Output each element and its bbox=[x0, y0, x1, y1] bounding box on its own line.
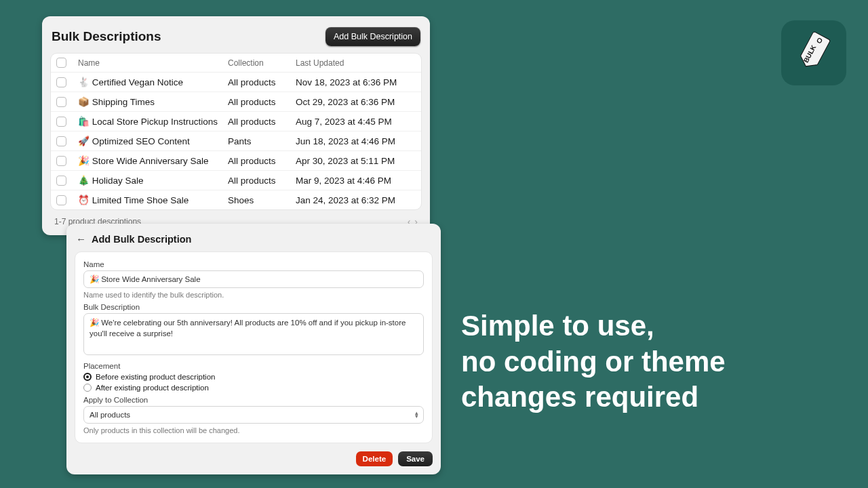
table-row[interactable]: 🎄 Holiday SaleAll productsMar 9, 2023 at… bbox=[51, 170, 421, 190]
descriptions-table: Name Collection Last Updated 🐇 Certified… bbox=[50, 53, 422, 210]
placement-before-label: Before existing product description bbox=[96, 373, 215, 381]
row-checkbox[interactable] bbox=[56, 117, 66, 127]
row-checkbox[interactable] bbox=[56, 176, 66, 186]
table-row[interactable]: 🛍️ Local Store Pickup InstructionsAll pr… bbox=[51, 111, 421, 131]
select-all-checkbox[interactable] bbox=[56, 58, 66, 68]
price-tag-icon: BULK bbox=[791, 30, 837, 76]
form-card: Name Name used to identify the bulk desc… bbox=[75, 251, 433, 443]
table-header: Name Collection Last Updated bbox=[51, 54, 421, 73]
row-checkbox[interactable] bbox=[56, 195, 66, 205]
row-collection: All products bbox=[228, 156, 296, 166]
row-updated: Jun 18, 2023 at 4:46 PM bbox=[296, 136, 414, 146]
headline-line: no coding or theme bbox=[461, 344, 841, 380]
row-name: 🐇 Certified Vegan Notice bbox=[78, 77, 228, 87]
row-name: 🚀 Optimized SEO Content bbox=[78, 136, 228, 146]
placement-before-radio[interactable] bbox=[83, 373, 92, 381]
row-updated: Aug 7, 2023 at 4:45 PM bbox=[296, 117, 414, 127]
headline-line: Simple to use, bbox=[461, 308, 841, 344]
row-name: ⏰ Limited Time Shoe Sale bbox=[78, 195, 228, 205]
row-name: 🎉 Store Wide Anniversary Sale bbox=[78, 155, 228, 166]
add-bulk-description-button[interactable]: Add Bulk Description bbox=[326, 27, 420, 46]
row-updated: Jan 24, 2023 at 6:32 PM bbox=[296, 195, 414, 205]
save-button[interactable]: Save bbox=[398, 451, 433, 466]
collection-select[interactable]: All products bbox=[83, 406, 424, 424]
row-updated: Mar 9, 2023 at 4:46 PM bbox=[296, 176, 414, 186]
marketing-headline: Simple to use, no coding or theme change… bbox=[461, 308, 841, 415]
table-row[interactable]: 🎉 Store Wide Anniversary SaleAll product… bbox=[51, 150, 421, 170]
row-checkbox[interactable] bbox=[56, 136, 66, 146]
form-title: Add Bulk Description bbox=[92, 234, 191, 245]
bulk-descriptions-panel: Bulk Descriptions Add Bulk Description N… bbox=[42, 16, 430, 235]
delete-button[interactable]: Delete bbox=[356, 451, 393, 466]
desc-label: Bulk Description bbox=[83, 303, 424, 311]
row-collection: All products bbox=[228, 117, 296, 127]
apply-help: Only products in this collection will be… bbox=[83, 426, 424, 434]
apply-label: Apply to Collection bbox=[83, 396, 424, 404]
table-row[interactable]: 🚀 Optimized SEO ContentPantsJun 18, 2023… bbox=[51, 131, 421, 150]
row-updated: Apr 30, 2023 at 5:11 PM bbox=[296, 156, 414, 166]
table-row[interactable]: 🐇 Certified Vegan NoticeAll productsNov … bbox=[51, 73, 421, 92]
row-collection: All products bbox=[228, 97, 296, 107]
row-collection: All products bbox=[228, 176, 296, 186]
desc-textarea[interactable] bbox=[83, 313, 424, 355]
add-bulk-description-panel: ← Add Bulk Description Name Name used to… bbox=[66, 224, 441, 474]
row-updated: Nov 18, 2023 at 6:36 PM bbox=[296, 77, 414, 87]
name-help: Name used to identify the bulk descripti… bbox=[83, 291, 424, 299]
name-input[interactable] bbox=[83, 270, 424, 288]
col-collection: Collection bbox=[228, 58, 296, 68]
row-updated: Oct 29, 2023 at 6:36 PM bbox=[296, 97, 414, 107]
row-checkbox[interactable] bbox=[56, 156, 66, 166]
row-checkbox[interactable] bbox=[56, 97, 66, 107]
row-collection: Pants bbox=[228, 136, 296, 146]
app-icon: BULK bbox=[781, 20, 846, 85]
row-collection: All products bbox=[228, 77, 296, 87]
table-row[interactable]: 📦 Shipping TimesAll productsOct 29, 2023… bbox=[51, 92, 421, 111]
row-name: 📦 Shipping Times bbox=[78, 96, 228, 107]
table-row[interactable]: ⏰ Limited Time Shoe SaleShoesJan 24, 202… bbox=[51, 190, 421, 209]
col-updated: Last Updated bbox=[296, 58, 414, 68]
row-name: 🛍️ Local Store Pickup Instructions bbox=[78, 116, 228, 127]
col-name: Name bbox=[78, 58, 228, 68]
row-name: 🎄 Holiday Sale bbox=[78, 175, 228, 186]
placement-label: Placement bbox=[83, 362, 424, 370]
row-checkbox[interactable] bbox=[56, 77, 66, 87]
panel-title: Bulk Descriptions bbox=[52, 29, 161, 44]
row-collection: Shoes bbox=[228, 195, 296, 205]
headline-line: changes required bbox=[461, 380, 841, 415]
name-label: Name bbox=[83, 260, 424, 268]
back-arrow-icon[interactable]: ← bbox=[76, 233, 86, 245]
placement-after-radio[interactable] bbox=[83, 384, 92, 392]
placement-after-label: After existing product description bbox=[96, 384, 209, 392]
